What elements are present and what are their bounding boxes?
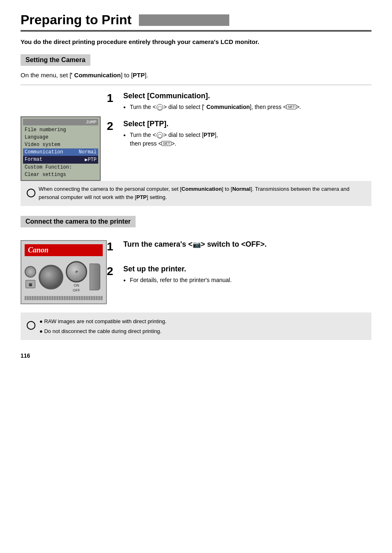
note-text: When connecting the camera to the person… (39, 185, 366, 202)
page-title: Preparing to Print (21, 12, 371, 32)
section2-step1-heading: Turn the camera's <📷> switch to <OFF>. (123, 240, 371, 249)
canon-image-area: Canon ▦ ⟳ ONO (21, 240, 107, 304)
intro-text: You do the direct printing procedure ent… (21, 37, 371, 47)
bottom-note-icon: ◯ (26, 317, 35, 336)
lcd-row-communication: CommunicationNormal (23, 148, 98, 156)
bottom-note-line2: ● Do not disconnect the cable during dir… (39, 326, 166, 336)
section2: Connect the camera to the printer Canon … (21, 216, 371, 304)
section1-heading: Setting the Camera (21, 54, 90, 66)
steps-right: 1 Select [Communication]. Turn the <◯> d… (107, 92, 371, 181)
title-bar-decoration (139, 14, 229, 26)
title-text: Preparing to Print (21, 12, 131, 28)
menu-instruction: On the menu, set [˹ Communication] to [P… (21, 72, 371, 79)
lcd-row-customfunction: Custom Function: (23, 164, 98, 171)
step2: 2 Select [PTP]. Turn the <◯> dial to sel… (107, 120, 371, 148)
section2-step2: 2 Set up the printer. For details, refer… (107, 265, 371, 285)
step2-heading: Select [PTP]. (123, 120, 371, 128)
bottom-note: ◯ ● RAW images are not compatible with d… (21, 312, 371, 340)
section2-step2-number: 2 (107, 266, 118, 285)
step2-content: Select [PTP]. Turn the <◯> dial to selec… (123, 120, 371, 148)
section2-step1-number: 1 (107, 241, 118, 252)
canon-camera-image: Canon ▦ ⟳ ONO (21, 240, 107, 304)
camera-lcd: JUMP File numbering Language Video syste… (21, 116, 101, 181)
lcd-row-format: Format▶PTP (23, 156, 98, 164)
step1: 1 Select [Communication]. Turn the <◯> d… (107, 92, 371, 111)
step1-content: Select [Communication]. Turn the <◯> dia… (123, 92, 371, 111)
section2-step2-heading: Set up the printer. (123, 265, 371, 273)
bottom-note-line1: ● RAW images are not compatible with dir… (39, 317, 166, 326)
step1-bullet: Turn the <◯> dial to select [˹ Communica… (123, 103, 371, 111)
section2-steps: Canon ▦ ⟳ ONO (21, 240, 371, 304)
section1-note: ◯ When connecting the camera to the pers… (21, 181, 371, 206)
page-number: 116 (21, 352, 371, 359)
section2-step2-content: Set up the printer. For details, refer t… (123, 265, 371, 285)
lcd-header: JUMP (23, 119, 98, 125)
section2-steps-right: 1 Turn the camera's <📷> switch to <OFF>.… (107, 240, 371, 304)
lcd-row-filenumbering: File numbering (23, 126, 98, 134)
lcd-row-videosystem: Video system (23, 141, 98, 148)
divider (21, 85, 371, 85)
lcd-image-area: JUMP File numbering Language Video syste… (21, 92, 107, 181)
step1-number: 1 (107, 93, 118, 111)
lcd-row-language: Language (23, 134, 98, 141)
step2-number: 2 (107, 120, 118, 148)
bottom-note-content: ● RAW images are not compatible with dir… (39, 317, 166, 336)
lcd-row-clearsettings: Clear settings (23, 171, 98, 178)
section2-step2-bullet: For details, refer to the printer's manu… (123, 276, 371, 285)
canon-logo: Canon (25, 244, 103, 256)
steps-section1: JUMP File numbering Language Video syste… (21, 92, 371, 181)
step2-bullet: Turn the <◯> dial to select [PTP],then p… (123, 131, 371, 148)
section2-step1-content: Turn the camera's <📷> switch to <OFF>. (123, 240, 371, 252)
section2-step1: 1 Turn the camera's <📷> switch to <OFF>. (107, 240, 371, 252)
note-icon: ◯ (26, 186, 35, 202)
step1-heading: Select [Communication]. (123, 92, 371, 100)
section2-heading: Connect the camera to the printer (21, 216, 136, 227)
